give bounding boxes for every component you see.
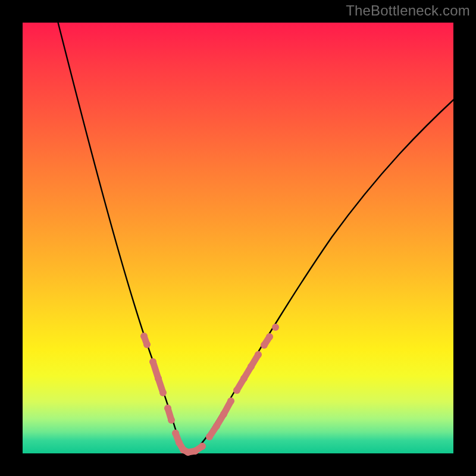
highlight-segments	[140, 324, 279, 456]
plot-area	[23, 23, 453, 453]
svg-point-38	[266, 333, 273, 340]
chart-canvas: TheBottleneck.com	[0, 0, 476, 476]
watermark-text: TheBottleneck.com	[346, 2, 470, 19]
svg-point-21	[199, 443, 206, 450]
svg-point-2	[143, 341, 151, 348]
svg-point-10	[168, 416, 175, 424]
bottleneck-curve	[23, 23, 453, 453]
svg-point-7	[159, 389, 167, 396]
svg-point-39	[272, 324, 279, 331]
svg-point-28	[227, 397, 234, 405]
svg-point-35	[255, 351, 262, 358]
